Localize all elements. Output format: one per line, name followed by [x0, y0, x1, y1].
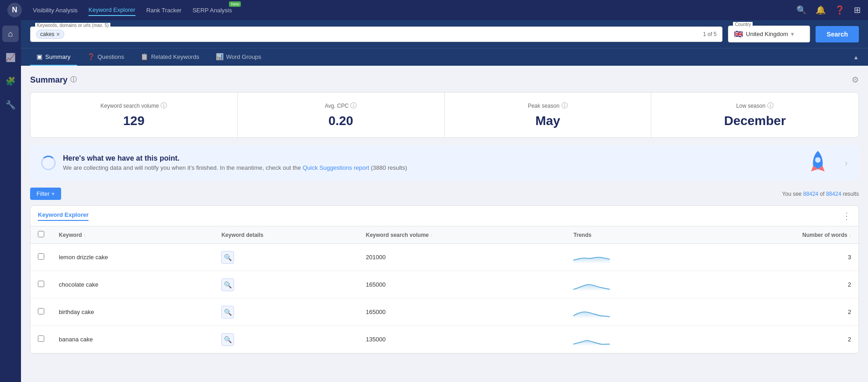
- metric-peak-season: Peak season ⓘ May: [445, 93, 652, 137]
- sidebar-wrench[interactable]: 🔧: [2, 97, 19, 113]
- results-link-2[interactable]: 88424: [826, 191, 841, 197]
- tabs-bar: ▣ Summary ❓ Questions 📋 Related Keywords…: [21, 48, 868, 66]
- results-count: You see 88424 of 88424 results: [782, 191, 859, 197]
- row-details-button-0[interactable]: 🔍: [221, 251, 234, 264]
- table-tab-label[interactable]: Keyword Explorer: [38, 211, 88, 221]
- row-details-3: 🔍: [214, 326, 359, 353]
- bell-icon[interactable]: 🔔: [816, 5, 826, 15]
- content-area: Summary ⓘ ⚙ Keyword search volume ⓘ 129 …: [21, 66, 868, 363]
- sidebar-puzzle[interactable]: 🧩: [2, 73, 19, 89]
- grid-icon[interactable]: ⊞: [854, 5, 861, 15]
- settings-icon[interactable]: ⚙: [852, 75, 859, 85]
- tab-related-icon: 📋: [140, 53, 148, 60]
- th-word-count[interactable]: Number of words ↕: [696, 226, 858, 244]
- row-checkbox-2[interactable]: [38, 308, 44, 314]
- top-nav-right: 🔍 🔔 ❓ ⊞: [796, 5, 861, 15]
- row-volume-0: 201000: [359, 244, 566, 271]
- keyword-tag-label: cakes: [40, 31, 54, 37]
- row-checkbox-cell: [31, 244, 52, 271]
- tab-wordgroups-icon: 📊: [216, 53, 223, 60]
- row-trend-2: [566, 298, 696, 326]
- row-checkbox-cell: [31, 271, 52, 298]
- quick-suggestions-link[interactable]: Quick Suggestions report: [302, 164, 369, 171]
- table-row: chocolate cake 🔍 165000 2: [31, 271, 858, 298]
- tab-questions-icon: ❓: [87, 53, 95, 60]
- nav-visibility-analysis[interactable]: Visibility Analysis: [33, 5, 78, 16]
- row-volume-2: 165000: [359, 298, 566, 326]
- row-details-button-3[interactable]: 🔍: [221, 333, 234, 346]
- keyword-tag-cakes: cakes ×: [36, 30, 64, 39]
- top-nav: N Visibility Analysis Keyword Explorer R…: [0, 0, 868, 20]
- metrics-row: Keyword search volume ⓘ 129 Avg. CPC ⓘ 0…: [30, 92, 859, 138]
- info-banner: Here's what we have at this point. We ar…: [30, 145, 859, 180]
- tab-related-keywords[interactable]: 📋 Related Keywords: [134, 48, 206, 66]
- metric-volume-info[interactable]: ⓘ: [161, 102, 167, 110]
- tab-questions[interactable]: ❓ Questions: [81, 48, 131, 66]
- nav-serp-analysis[interactable]: SERP Analysis New: [192, 5, 232, 16]
- table-row: banana cake 🔍 135000 2: [31, 326, 858, 353]
- keyword-sort-icon: ↕: [83, 233, 86, 238]
- results-link-1[interactable]: 88424: [803, 191, 818, 197]
- nav-rank-tracker[interactable]: Rank Tracker: [146, 5, 182, 16]
- th-keyword[interactable]: Keyword ↕: [52, 226, 214, 244]
- row-wordcount-0: 3: [696, 244, 858, 271]
- search-input-label: Keywords, domains or urls (max. 5): [35, 23, 110, 28]
- metric-volume-value: 129: [40, 114, 228, 128]
- summary-header: Summary ⓘ ⚙: [30, 75, 859, 85]
- sidebar-home[interactable]: ⌂: [2, 26, 19, 42]
- nav-keyword-explorer[interactable]: Keyword Explorer: [88, 5, 135, 16]
- keyword-tag-remove[interactable]: ×: [56, 31, 60, 37]
- row-keyword-2: birthday cake: [52, 298, 214, 326]
- row-trend-0: [566, 244, 696, 271]
- main-content: Keywords, domains or urls (max. 5) cakes…: [21, 20, 868, 382]
- sidebar-chart[interactable]: 📈: [2, 49, 19, 66]
- search-input-wrap[interactable]: Keywords, domains or urls (max. 5) cakes…: [30, 26, 722, 42]
- metric-search-volume: Keyword search volume ⓘ 129: [31, 93, 238, 137]
- filter-button[interactable]: Filter +: [30, 188, 61, 200]
- row-details-1: 🔍: [214, 271, 359, 298]
- metric-low-info[interactable]: ⓘ: [767, 102, 774, 110]
- keyword-table: Keyword Explorer ⋮ Keyword ↕: [30, 205, 859, 354]
- chevron-down-icon: ▾: [791, 31, 794, 37]
- tab-summary[interactable]: ▣ Summary: [30, 48, 77, 66]
- search-icon[interactable]: 🔍: [796, 5, 806, 15]
- row-details-button-1[interactable]: 🔍: [221, 278, 234, 291]
- table-options-button[interactable]: ⋮: [842, 210, 851, 221]
- row-details-button-2[interactable]: 🔍: [221, 306, 234, 319]
- help-icon[interactable]: ❓: [835, 5, 845, 15]
- search-button[interactable]: Search: [816, 26, 859, 42]
- row-keyword-1: chocolate cake: [52, 271, 214, 298]
- row-wordcount-1: 2: [696, 271, 858, 298]
- row-checkbox-1[interactable]: [38, 281, 44, 287]
- rocket-icon: [804, 148, 832, 177]
- tab-summary-icon: ▣: [36, 53, 42, 60]
- collapse-tabs-button[interactable]: ▲: [853, 54, 859, 61]
- metric-cpc-info[interactable]: ⓘ: [350, 102, 357, 110]
- summary-title: Summary ⓘ: [30, 75, 77, 85]
- table-head-row: Keyword ↕ Keyword details Keyword search…: [31, 226, 858, 244]
- metric-cpc-value: 0.20: [247, 114, 435, 128]
- tab-word-groups[interactable]: 📊 Word Groups: [209, 48, 268, 66]
- table-row: lemon drizzle cake 🔍 201000 3: [31, 244, 858, 271]
- row-checkbox-0[interactable]: [38, 253, 44, 260]
- th-keyword-details: Keyword details: [214, 226, 359, 244]
- row-checkbox-cell: [31, 298, 52, 326]
- filter-row: Filter + You see 88424 of 88424 results: [30, 188, 859, 200]
- metric-peak-info[interactable]: ⓘ: [561, 102, 568, 110]
- row-details-0: 🔍: [214, 244, 359, 271]
- country-select[interactable]: Country 🇬🇧 United Kingdom ▾: [728, 26, 810, 42]
- country-label: Country: [733, 22, 753, 27]
- th-search-volume[interactable]: Keyword search volume ↕: [359, 226, 566, 244]
- banner-title: Here's what we have at this point.: [63, 154, 837, 162]
- row-keyword-0: lemon drizzle cake: [52, 244, 214, 271]
- select-all-checkbox[interactable]: [38, 231, 44, 237]
- volume-sort-icon: ↕: [430, 233, 432, 238]
- summary-info-icon[interactable]: ⓘ: [70, 76, 77, 84]
- metric-low-season: Low season ⓘ December: [651, 93, 858, 137]
- table-body: lemon drizzle cake 🔍 201000 3 chocolate …: [31, 244, 858, 353]
- table-row: birthday cake 🔍 165000 2: [31, 298, 858, 326]
- row-volume-1: 165000: [359, 271, 566, 298]
- table-header-row: Keyword Explorer ⋮: [31, 206, 858, 226]
- th-checkbox: [31, 226, 52, 244]
- row-checkbox-3[interactable]: [38, 335, 44, 342]
